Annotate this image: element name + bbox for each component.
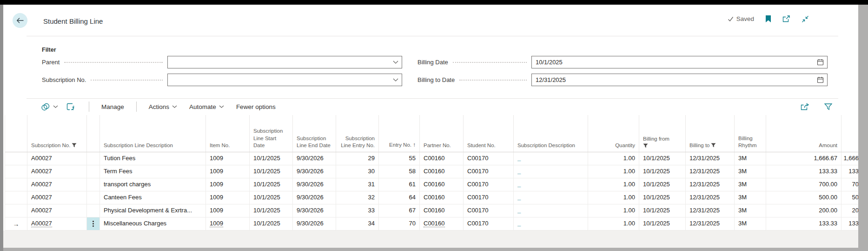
cell-quantity[interactable]: 1.00 (588, 152, 639, 165)
cell-amount_clipped[interactable]: 133 (841, 165, 858, 178)
cell-item_no[interactable]: 1009 (206, 217, 250, 230)
cell-line_entry_no[interactable]: 32 (336, 191, 379, 204)
column-header-student_no[interactable]: Student No. (464, 115, 514, 152)
automate-menu[interactable]: Automate (189, 103, 224, 110)
cell-student_no[interactable]: C00170 (464, 152, 514, 165)
column-header-row-menu[interactable] (87, 115, 100, 152)
billing-to-date-field[interactable] (531, 74, 828, 86)
cell-description[interactable]: Miscellaneous Charges (100, 217, 206, 230)
cell-entry_no[interactable]: 70 (379, 217, 420, 230)
cell-description[interactable]: Canteen Fees (100, 191, 206, 204)
column-header-billing_to[interactable]: Billing to (686, 115, 735, 152)
cell-billing_from[interactable]: 10/1/2025 (639, 204, 686, 217)
cell-quantity[interactable]: 1.00 (588, 191, 639, 204)
cell-student_no[interactable]: C00170 (464, 204, 514, 217)
cell-row-menu[interactable] (87, 217, 100, 230)
cell-entry_no[interactable]: 64 (379, 191, 420, 204)
column-header-partner_no[interactable]: Partner No. (420, 115, 464, 152)
vertical-scrollbar[interactable] (858, 5, 868, 251)
cell-subscription_no[interactable]: A00027 (27, 152, 87, 165)
cell-subscription_no[interactable]: A00027 (27, 204, 87, 217)
cell-amount_clipped[interactable]: 70 (841, 178, 858, 191)
column-header-billing_from[interactable]: Billing from (639, 115, 686, 152)
cell-billing_to[interactable]: 12/31/2025 (686, 217, 735, 230)
cell-subscription_no[interactable]: A00027 (27, 217, 87, 230)
column-header-item_no[interactable]: Item No. (206, 115, 250, 152)
cell-student_no[interactable]: C00170 (464, 191, 514, 204)
column-header-line_entry_no[interactable]: Subscription Line Entry No. (336, 115, 379, 152)
row-selector[interactable] (5, 204, 27, 217)
cell-line_entry_no[interactable]: 33 (336, 204, 379, 217)
cell-subscription_no[interactable]: A00027 (27, 191, 87, 204)
cell-start_date[interactable]: 10/1/2025 (250, 204, 293, 217)
column-header-start_date[interactable]: Subscription Line Start Date (250, 115, 293, 152)
cell-billing_from[interactable]: 10/1/2025 (639, 178, 686, 191)
cell-row-menu[interactable] (87, 165, 100, 178)
table-row[interactable]: →A00027Miscellaneous Charges100910/1/202… (5, 217, 858, 231)
column-header-entry_no[interactable]: Entry No.↑ (379, 115, 420, 152)
cell-amount_clipped[interactable]: 50 (841, 191, 858, 204)
cell-billing_rhythm[interactable]: 3M (735, 165, 766, 178)
row-ellipsis-menu-icon[interactable] (93, 221, 94, 227)
column-header-description[interactable]: Subscription Line Description (100, 115, 206, 152)
cell-item_no[interactable]: 1009 (206, 152, 250, 165)
table-row[interactable]: A00027Physical Development & Exrtra...10… (5, 204, 858, 217)
cell-line_entry_no[interactable]: 31 (336, 178, 379, 191)
billing-date-field[interactable] (531, 56, 828, 68)
cell-end_date[interactable]: 9/30/2026 (293, 165, 336, 178)
row-selector[interactable] (5, 191, 27, 204)
cell-billing_to[interactable]: 12/31/2025 (686, 191, 735, 204)
cell-line_entry_no[interactable]: 34 (336, 217, 379, 230)
column-header-end_date[interactable]: Subscription Line End Date (293, 115, 336, 152)
cell-partner_no[interactable]: C00160 (420, 217, 464, 230)
back-button[interactable] (13, 13, 27, 28)
cell-billing_from[interactable]: 10/1/2025 (639, 191, 686, 204)
cell-subscription_description[interactable]: _ (514, 217, 588, 230)
fewer-options-button[interactable]: Fewer options (236, 103, 276, 110)
cell-billing_rhythm[interactable]: 3M (735, 191, 766, 204)
cell-quantity[interactable]: 1.00 (588, 178, 639, 191)
chevron-down-icon[interactable] (393, 61, 398, 64)
cell-item_no[interactable]: 1009 (206, 191, 250, 204)
column-header-subscription_description[interactable]: Subscription Description (514, 115, 588, 152)
filter-list-button[interactable] (824, 103, 832, 110)
cell-start_date[interactable]: 10/1/2025 (250, 152, 293, 165)
analyze-button[interactable] (66, 103, 74, 111)
cell-billing_to[interactable]: 12/31/2025 (686, 152, 735, 165)
share-button[interactable] (801, 103, 809, 110)
cell-row-menu[interactable] (87, 191, 100, 204)
cell-item_no[interactable]: 1009 (206, 204, 250, 217)
cell-quantity[interactable]: 1.00 (588, 217, 639, 230)
subscription-no-input[interactable] (168, 74, 393, 86)
cell-billing_to[interactable]: 12/31/2025 (686, 178, 735, 191)
cell-entry_no[interactable]: 58 (379, 165, 420, 178)
actions-menu[interactable]: Actions (149, 103, 177, 110)
cell-start_date[interactable]: 10/1/2025 (250, 165, 293, 178)
cell-subscription_description[interactable]: _ (514, 178, 588, 191)
row-selector[interactable] (5, 165, 27, 178)
cell-partner_no[interactable]: C00160 (420, 152, 464, 165)
column-header-billing_rhythm[interactable]: Billing Rhythm (735, 115, 766, 152)
open-in-new-window-button[interactable] (782, 15, 790, 22)
cell-start_date[interactable]: 10/1/2025 (250, 178, 293, 191)
calendar-icon[interactable] (817, 59, 824, 66)
calendar-icon[interactable] (817, 76, 824, 83)
cell-quantity[interactable]: 1.00 (588, 165, 639, 178)
table-row[interactable]: A00027Term Fees100910/1/20259/30/2026305… (5, 165, 858, 178)
column-header-amount[interactable]: Amount (766, 115, 841, 152)
cell-description[interactable]: Term Fees (100, 165, 206, 178)
cell-subscription_description[interactable]: _ (514, 191, 588, 204)
cell-subscription_no[interactable]: A00027 (27, 165, 87, 178)
parent-combobox[interactable] (167, 56, 402, 68)
cell-billing_rhythm[interactable]: 3M (735, 152, 766, 165)
cell-entry_no[interactable]: 55 (379, 152, 420, 165)
cell-amount_clipped[interactable]: 133 (841, 217, 858, 230)
cell-amount[interactable]: 200.00 (766, 204, 841, 217)
subscription-no-combobox[interactable] (167, 74, 402, 86)
cell-quantity[interactable]: 1.00 (588, 204, 639, 217)
table-row[interactable]: A00027Canteen Fees100910/1/20259/30/2026… (5, 191, 858, 204)
cell-entry_no[interactable]: 67 (379, 204, 420, 217)
cell-billing_from[interactable]: 10/1/2025 (639, 152, 686, 165)
cell-amount[interactable]: 133.33 (766, 165, 841, 178)
cell-billing_rhythm[interactable]: 3M (735, 178, 766, 191)
